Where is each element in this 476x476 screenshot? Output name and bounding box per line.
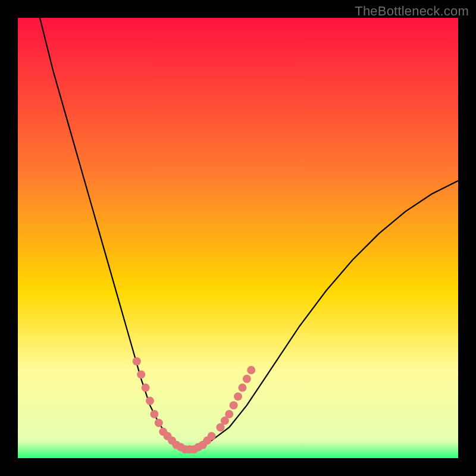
curve-marker xyxy=(150,410,158,418)
curve-marker xyxy=(208,432,216,440)
curve-marker xyxy=(225,410,233,418)
curve-marker xyxy=(247,366,255,374)
curve-marker xyxy=(238,384,246,392)
curve-layer xyxy=(18,18,458,458)
marker-group xyxy=(133,357,255,453)
curve-marker xyxy=(243,375,251,383)
watermark-text: TheBottleneck.com xyxy=(355,4,469,19)
plot-area xyxy=(18,18,458,458)
curve-marker xyxy=(133,357,141,365)
curve-marker xyxy=(146,397,154,405)
chart-container: TheBottleneck.com xyxy=(0,0,476,476)
curve-marker xyxy=(142,384,150,392)
curve-marker xyxy=(155,419,163,427)
curve-marker xyxy=(230,401,238,409)
curve-marker xyxy=(234,392,242,400)
bottleneck-curve xyxy=(40,18,458,449)
curve-marker xyxy=(137,370,145,378)
